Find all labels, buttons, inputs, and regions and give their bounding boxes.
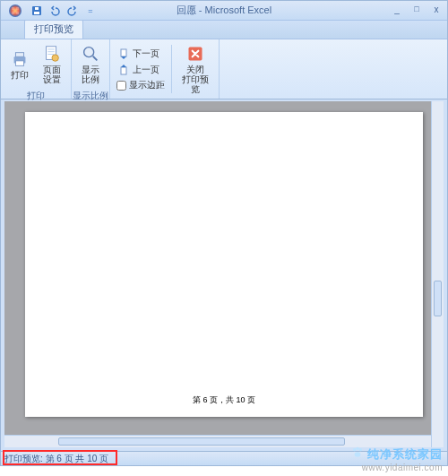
- ribbon-tabs: 打印预览: [1, 21, 447, 39]
- close-button[interactable]: x: [429, 3, 444, 15]
- title-bar: = 回愿 - Microsoft Excel _ □ x: [1, 1, 447, 21]
- preview-canvas-area: 第 6 页，共 10 页: [4, 101, 444, 447]
- ribbon-group-print: 打印 页面设置 打印: [1, 39, 72, 99]
- svg-point-11: [52, 55, 58, 61]
- ribbon: 打印 页面设置 打印 显示比例 显示比例: [1, 39, 447, 100]
- page-setup-button[interactable]: 页面设置: [37, 41, 67, 87]
- preview-page: 第 6 页，共 10 页: [25, 112, 423, 417]
- show-margins-checkbox[interactable]: 显示边距: [114, 78, 168, 92]
- office-button[interactable]: [4, 1, 26, 21]
- next-page-button[interactable]: 下一页: [114, 46, 168, 62]
- app-window: = 回愿 - Microsoft Excel _ □ x 打印预览 打印: [0, 0, 448, 466]
- svg-rect-15: [121, 67, 126, 74]
- svg-rect-3: [35, 7, 39, 10]
- page-number-footer: 第 6 页，共 10 页: [25, 394, 423, 406]
- svg-rect-8: [47, 49, 54, 50]
- redo-icon[interactable]: [65, 4, 80, 18]
- svg-rect-2: [34, 12, 39, 14]
- zoom-button[interactable]: 显示比例: [75, 41, 106, 87]
- status-bar: 打印预览: 第 6 页 共 10 页: [1, 451, 447, 465]
- vertical-scroll-thumb[interactable]: [434, 281, 442, 316]
- svg-rect-9: [47, 51, 54, 52]
- minimize-button[interactable]: _: [390, 3, 404, 15]
- status-text: 打印预览: 第 6 页 共 10 页: [4, 453, 108, 465]
- undo-icon[interactable]: [47, 4, 62, 18]
- separator: [171, 45, 172, 93]
- svg-rect-14: [121, 49, 126, 56]
- page-setup-icon: [42, 44, 62, 64]
- svg-rect-6: [15, 60, 23, 65]
- quick-access-toolbar: =: [30, 4, 98, 18]
- maximize-button[interactable]: □: [409, 3, 424, 15]
- magnifier-icon: [81, 44, 100, 64]
- close-preview-button[interactable]: 关闭打印预览: [176, 41, 215, 97]
- vertical-scrollbar[interactable]: [431, 101, 444, 447]
- close-x-icon: [185, 44, 205, 64]
- prev-page-button[interactable]: 上一页: [114, 62, 168, 78]
- show-margins-label: 显示边距: [129, 79, 165, 91]
- horizontal-scrollbar[interactable]: [4, 435, 431, 447]
- ribbon-group-preview: 下一页 上一页 显示边距 关闭打印预览: [110, 39, 220, 99]
- horizontal-scroll-thumb[interactable]: [58, 437, 345, 446]
- svg-rect-5: [15, 52, 23, 56]
- svg-point-12: [84, 48, 94, 57]
- svg-line-13: [93, 56, 98, 61]
- window-controls: _ □ x: [390, 3, 444, 15]
- svg-rect-10: [47, 54, 54, 55]
- print-button[interactable]: 打印: [4, 47, 35, 82]
- tab-print-preview[interactable]: 打印预览: [24, 19, 83, 39]
- arrow-down-icon: [117, 48, 130, 60]
- printer-icon: [10, 49, 30, 69]
- save-icon[interactable]: [30, 4, 44, 18]
- svg-point-0: [9, 4, 22, 17]
- show-margins-input[interactable]: [116, 81, 126, 91]
- ribbon-group-zoom: 显示比例 显示比例: [72, 39, 110, 99]
- qat-customize-icon[interactable]: =: [83, 4, 98, 18]
- arrow-up-icon: [117, 64, 130, 76]
